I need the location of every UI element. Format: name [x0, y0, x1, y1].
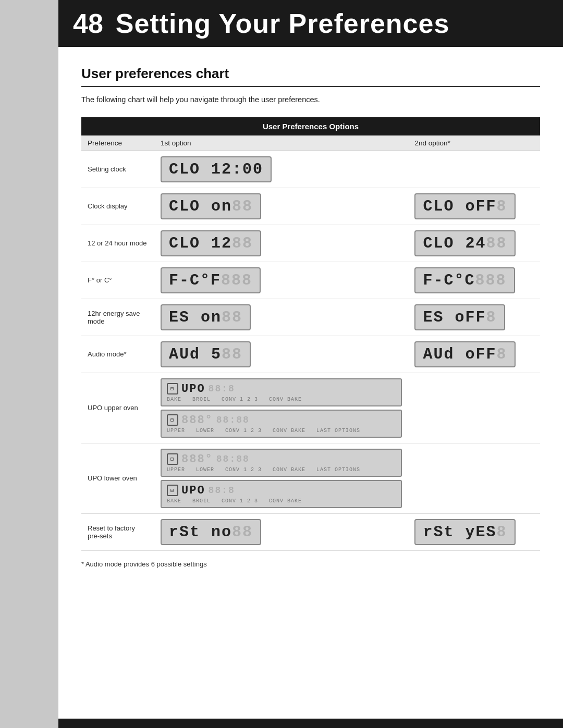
footer-bar [58, 719, 563, 728]
pref-label: 12hr energy save mode [81, 299, 154, 336]
opt1-cell: rSt no88 [154, 513, 408, 550]
page-title: Setting Your Preferences [116, 8, 450, 39]
opt1-cell: CLO 1288 [154, 225, 408, 262]
opt1-cell: AUd 588 [154, 336, 408, 373]
upo-icon-4: ⊡ [167, 485, 178, 496]
sidebar [0, 0, 58, 728]
header-bar: 48 Setting Your Preferences [58, 0, 563, 47]
upo-icon-3: ⊟ [167, 453, 178, 465]
pref-label: UPO upper oven [81, 373, 154, 443]
upo-display-2: ⊟ 888° 88:88 UPPER LOWER CONV 1 2 3 CONV… [161, 410, 402, 438]
upo-lower-displays: ⊟ 888° 88:88 UPPER LOWER CONV 1 2 3 CONV… [161, 449, 402, 508]
table-header-row: User Preferences Options [81, 117, 540, 135]
lcd-display: CLO 12:00 [161, 156, 272, 182]
pref-label: UPO lower oven [81, 443, 154, 513]
opt1-cell: ⊟ 888° 88:88 UPPER LOWER CONV 1 2 3 CONV… [154, 443, 408, 513]
lcd-display: ES oFF8 [414, 304, 505, 330]
pref-label: Clock display [81, 188, 154, 225]
col-header-row: Preference 1st option 2nd option* [81, 135, 540, 151]
table-row: 12hr energy save mode ES on88 ES oFF8 [81, 299, 540, 336]
opt2-cell: F-C°C888 [408, 262, 540, 299]
opt1-cell: CLO 12:00 [154, 151, 408, 188]
lcd-display: ES on88 [161, 304, 251, 330]
table-row: 12 or 24 hour mode CLO 1288 CLO 2488 [81, 225, 540, 262]
opt2-cell: CLO 2488 [408, 225, 540, 262]
opt1-cell: ⊡ UPO 88:8 BAKE BROIL CONV 1 2 3 CONV BA… [154, 373, 408, 443]
col-header-preference: Preference [81, 135, 154, 151]
table-row: UPO upper oven ⊡ UPO 88:8 BAKE BROIL CON… [81, 373, 540, 443]
opt2-cell [408, 443, 540, 513]
intro-text: The following chart will help you naviga… [81, 94, 540, 106]
col-header-opt1: 1st option [154, 135, 408, 151]
table-row: Setting clock CLO 12:00 [81, 151, 540, 188]
upo-icon-2: ⊟ [167, 414, 178, 426]
page-number: 48 [73, 8, 103, 39]
lcd-display: CLO oFF8 [414, 193, 515, 219]
lcd-display: CLO on88 [161, 193, 261, 219]
opt2-cell [408, 373, 540, 443]
preferences-table: User Preferences Options Preference 1st … [81, 117, 540, 551]
upo-upper-displays: ⊡ UPO 88:8 BAKE BROIL CONV 1 2 3 CONV BA… [161, 378, 402, 438]
table-row: Clock display CLO on88 CLO oFF8 [81, 188, 540, 225]
lcd-display: F-C°F888 [161, 267, 261, 293]
table-row: UPO lower oven ⊟ 888° 88:88 UPPER LOWER … [81, 443, 540, 513]
opt2-cell: ES oFF8 [408, 299, 540, 336]
table-row: F° or C° F-C°F888 F-C°C888 [81, 262, 540, 299]
section-heading: User preferences chart [81, 66, 540, 87]
lcd-display: AUd 588 [161, 341, 251, 367]
pref-label: 12 or 24 hour mode [81, 225, 154, 262]
pref-label: Reset to factory pre-sets [81, 513, 154, 550]
opt1-cell: F-C°F888 [154, 262, 408, 299]
pref-label: F° or C° [81, 262, 154, 299]
lcd-display: AUd oFF8 [414, 341, 515, 367]
opt1-cell: CLO on88 [154, 188, 408, 225]
table-row: Audio mode* AUd 588 AUd oFF8 [81, 336, 540, 373]
opt2-cell: rSt yES8 [408, 513, 540, 550]
opt2-cell: AUd oFF8 [408, 336, 540, 373]
upo-display-1: ⊡ UPO 88:8 BAKE BROIL CONV 1 2 3 CONV BA… [161, 378, 402, 406]
upo-icon: ⊡ [167, 383, 178, 394]
main-content: User preferences chart The following cha… [58, 47, 563, 719]
pref-label: Audio mode* [81, 336, 154, 373]
opt1-cell: ES on88 [154, 299, 408, 336]
footnote: * Audio mode provides 6 possible setting… [81, 560, 540, 568]
opt2-cell: CLO oFF8 [408, 188, 540, 225]
lcd-display: F-C°C888 [414, 267, 515, 293]
pref-label: Setting clock [81, 151, 154, 188]
opt2-cell [408, 151, 540, 188]
upo-display-3: ⊟ 888° 88:88 UPPER LOWER CONV 1 2 3 CONV… [161, 449, 402, 477]
lcd-display: rSt yES8 [414, 519, 515, 545]
lcd-display: CLO 2488 [414, 230, 515, 256]
lcd-display: CLO 1288 [161, 230, 261, 256]
table-main-header: User Preferences Options [81, 117, 540, 135]
table-row: Reset to factory pre-sets rSt no88 rSt y… [81, 513, 540, 550]
upo-display-4: ⊡ UPO 88:8 BAKE BROIL CONV 1 2 3 CONV BA… [161, 480, 402, 508]
lcd-display: rSt no88 [161, 519, 261, 545]
col-header-opt2: 2nd option* [408, 135, 540, 151]
